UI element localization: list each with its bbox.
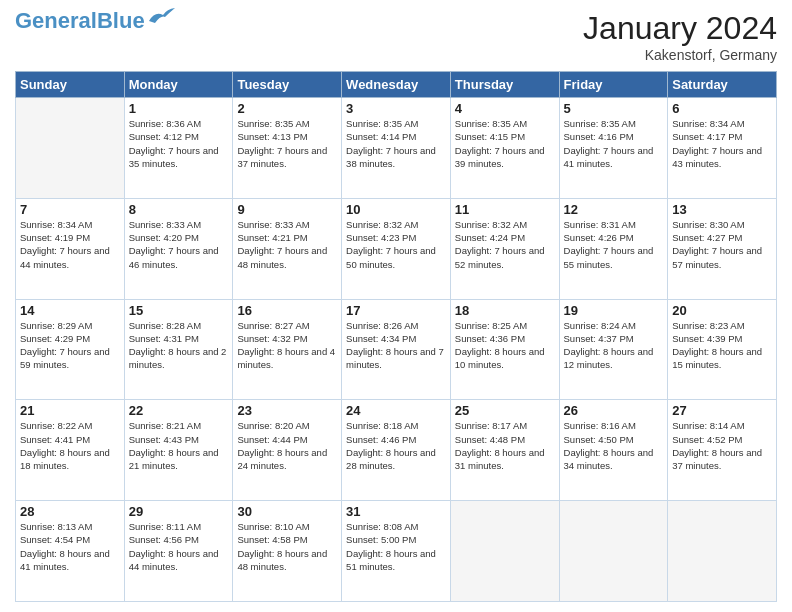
- calendar-day-cell: 29Sunrise: 8:11 AMSunset: 4:56 PMDayligh…: [124, 501, 233, 602]
- calendar-day-cell: 19Sunrise: 8:24 AMSunset: 4:37 PMDayligh…: [559, 299, 668, 400]
- day-info: Sunrise: 8:10 AMSunset: 4:58 PMDaylight:…: [237, 520, 337, 573]
- day-number: 27: [672, 403, 772, 418]
- day-info: Sunrise: 8:11 AMSunset: 4:56 PMDaylight:…: [129, 520, 229, 573]
- calendar-day-cell: 25Sunrise: 8:17 AMSunset: 4:48 PMDayligh…: [450, 400, 559, 501]
- calendar-day-cell: [668, 501, 777, 602]
- day-info: Sunrise: 8:13 AMSunset: 4:54 PMDaylight:…: [20, 520, 120, 573]
- day-number: 18: [455, 303, 555, 318]
- col-friday: Friday: [559, 72, 668, 98]
- calendar-subtitle: Kakenstorf, Germany: [583, 47, 777, 63]
- calendar-day-cell: 11Sunrise: 8:32 AMSunset: 4:24 PMDayligh…: [450, 198, 559, 299]
- calendar-day-cell: [559, 501, 668, 602]
- day-info: Sunrise: 8:31 AMSunset: 4:26 PMDaylight:…: [564, 218, 664, 271]
- calendar-day-cell: 14Sunrise: 8:29 AMSunset: 4:29 PMDayligh…: [16, 299, 125, 400]
- calendar-week-row: 1Sunrise: 8:36 AMSunset: 4:12 PMDaylight…: [16, 98, 777, 199]
- day-number: 20: [672, 303, 772, 318]
- day-number: 2: [237, 101, 337, 116]
- day-number: 5: [564, 101, 664, 116]
- day-info: Sunrise: 8:17 AMSunset: 4:48 PMDaylight:…: [455, 419, 555, 472]
- calendar-day-cell: 16Sunrise: 8:27 AMSunset: 4:32 PMDayligh…: [233, 299, 342, 400]
- day-number: 17: [346, 303, 446, 318]
- day-info: Sunrise: 8:14 AMSunset: 4:52 PMDaylight:…: [672, 419, 772, 472]
- day-number: 23: [237, 403, 337, 418]
- day-number: 21: [20, 403, 120, 418]
- logo-bird-icon: [147, 7, 175, 27]
- day-info: Sunrise: 8:25 AMSunset: 4:36 PMDaylight:…: [455, 319, 555, 372]
- day-number: 3: [346, 101, 446, 116]
- day-number: 4: [455, 101, 555, 116]
- day-info: Sunrise: 8:22 AMSunset: 4:41 PMDaylight:…: [20, 419, 120, 472]
- calendar-day-cell: 8Sunrise: 8:33 AMSunset: 4:20 PMDaylight…: [124, 198, 233, 299]
- calendar-day-cell: 30Sunrise: 8:10 AMSunset: 4:58 PMDayligh…: [233, 501, 342, 602]
- col-sunday: Sunday: [16, 72, 125, 98]
- col-monday: Monday: [124, 72, 233, 98]
- page-container: GeneralBlue January 2024 Kakenstorf, Ger…: [0, 0, 792, 612]
- day-number: 6: [672, 101, 772, 116]
- day-info: Sunrise: 8:32 AMSunset: 4:24 PMDaylight:…: [455, 218, 555, 271]
- calendar-day-cell: 23Sunrise: 8:20 AMSunset: 4:44 PMDayligh…: [233, 400, 342, 501]
- day-number: 9: [237, 202, 337, 217]
- calendar-day-cell: [16, 98, 125, 199]
- logo-blue: Blue: [97, 8, 145, 33]
- calendar-day-cell: 6Sunrise: 8:34 AMSunset: 4:17 PMDaylight…: [668, 98, 777, 199]
- calendar-day-cell: 13Sunrise: 8:30 AMSunset: 4:27 PMDayligh…: [668, 198, 777, 299]
- day-number: 31: [346, 504, 446, 519]
- day-info: Sunrise: 8:35 AMSunset: 4:15 PMDaylight:…: [455, 117, 555, 170]
- calendar-day-cell: 5Sunrise: 8:35 AMSunset: 4:16 PMDaylight…: [559, 98, 668, 199]
- day-number: 22: [129, 403, 229, 418]
- day-info: Sunrise: 8:26 AMSunset: 4:34 PMDaylight:…: [346, 319, 446, 372]
- day-number: 11: [455, 202, 555, 217]
- day-info: Sunrise: 8:33 AMSunset: 4:21 PMDaylight:…: [237, 218, 337, 271]
- day-info: Sunrise: 8:29 AMSunset: 4:29 PMDaylight:…: [20, 319, 120, 372]
- calendar-day-cell: 26Sunrise: 8:16 AMSunset: 4:50 PMDayligh…: [559, 400, 668, 501]
- col-saturday: Saturday: [668, 72, 777, 98]
- day-info: Sunrise: 8:36 AMSunset: 4:12 PMDaylight:…: [129, 117, 229, 170]
- calendar-day-cell: [450, 501, 559, 602]
- day-number: 28: [20, 504, 120, 519]
- logo-text: GeneralBlue: [15, 10, 145, 32]
- calendar-day-cell: 12Sunrise: 8:31 AMSunset: 4:26 PMDayligh…: [559, 198, 668, 299]
- day-info: Sunrise: 8:32 AMSunset: 4:23 PMDaylight:…: [346, 218, 446, 271]
- day-info: Sunrise: 8:35 AMSunset: 4:13 PMDaylight:…: [237, 117, 337, 170]
- calendar-day-cell: 15Sunrise: 8:28 AMSunset: 4:31 PMDayligh…: [124, 299, 233, 400]
- calendar-header-row: Sunday Monday Tuesday Wednesday Thursday…: [16, 72, 777, 98]
- logo-general: General: [15, 8, 97, 33]
- day-info: Sunrise: 8:24 AMSunset: 4:37 PMDaylight:…: [564, 319, 664, 372]
- day-number: 10: [346, 202, 446, 217]
- day-info: Sunrise: 8:18 AMSunset: 4:46 PMDaylight:…: [346, 419, 446, 472]
- day-info: Sunrise: 8:28 AMSunset: 4:31 PMDaylight:…: [129, 319, 229, 372]
- day-number: 14: [20, 303, 120, 318]
- day-number: 24: [346, 403, 446, 418]
- day-info: Sunrise: 8:35 AMSunset: 4:16 PMDaylight:…: [564, 117, 664, 170]
- day-info: Sunrise: 8:20 AMSunset: 4:44 PMDaylight:…: [237, 419, 337, 472]
- day-number: 29: [129, 504, 229, 519]
- day-number: 16: [237, 303, 337, 318]
- calendar-day-cell: 2Sunrise: 8:35 AMSunset: 4:13 PMDaylight…: [233, 98, 342, 199]
- calendar-day-cell: 31Sunrise: 8:08 AMSunset: 5:00 PMDayligh…: [342, 501, 451, 602]
- day-info: Sunrise: 8:30 AMSunset: 4:27 PMDaylight:…: [672, 218, 772, 271]
- calendar-day-cell: 17Sunrise: 8:26 AMSunset: 4:34 PMDayligh…: [342, 299, 451, 400]
- calendar-day-cell: 9Sunrise: 8:33 AMSunset: 4:21 PMDaylight…: [233, 198, 342, 299]
- col-thursday: Thursday: [450, 72, 559, 98]
- day-number: 13: [672, 202, 772, 217]
- calendar-week-row: 21Sunrise: 8:22 AMSunset: 4:41 PMDayligh…: [16, 400, 777, 501]
- calendar-day-cell: 3Sunrise: 8:35 AMSunset: 4:14 PMDaylight…: [342, 98, 451, 199]
- calendar-day-cell: 20Sunrise: 8:23 AMSunset: 4:39 PMDayligh…: [668, 299, 777, 400]
- calendar-day-cell: 22Sunrise: 8:21 AMSunset: 4:43 PMDayligh…: [124, 400, 233, 501]
- day-number: 8: [129, 202, 229, 217]
- calendar-day-cell: 21Sunrise: 8:22 AMSunset: 4:41 PMDayligh…: [16, 400, 125, 501]
- calendar-week-row: 14Sunrise: 8:29 AMSunset: 4:29 PMDayligh…: [16, 299, 777, 400]
- day-info: Sunrise: 8:35 AMSunset: 4:14 PMDaylight:…: [346, 117, 446, 170]
- header: GeneralBlue January 2024 Kakenstorf, Ger…: [15, 10, 777, 63]
- day-number: 7: [20, 202, 120, 217]
- calendar-day-cell: 18Sunrise: 8:25 AMSunset: 4:36 PMDayligh…: [450, 299, 559, 400]
- logo: GeneralBlue: [15, 10, 175, 32]
- day-number: 1: [129, 101, 229, 116]
- calendar-table: Sunday Monday Tuesday Wednesday Thursday…: [15, 71, 777, 602]
- day-number: 25: [455, 403, 555, 418]
- calendar-week-row: 28Sunrise: 8:13 AMSunset: 4:54 PMDayligh…: [16, 501, 777, 602]
- calendar-day-cell: 4Sunrise: 8:35 AMSunset: 4:15 PMDaylight…: [450, 98, 559, 199]
- day-info: Sunrise: 8:21 AMSunset: 4:43 PMDaylight:…: [129, 419, 229, 472]
- day-info: Sunrise: 8:33 AMSunset: 4:20 PMDaylight:…: [129, 218, 229, 271]
- day-number: 30: [237, 504, 337, 519]
